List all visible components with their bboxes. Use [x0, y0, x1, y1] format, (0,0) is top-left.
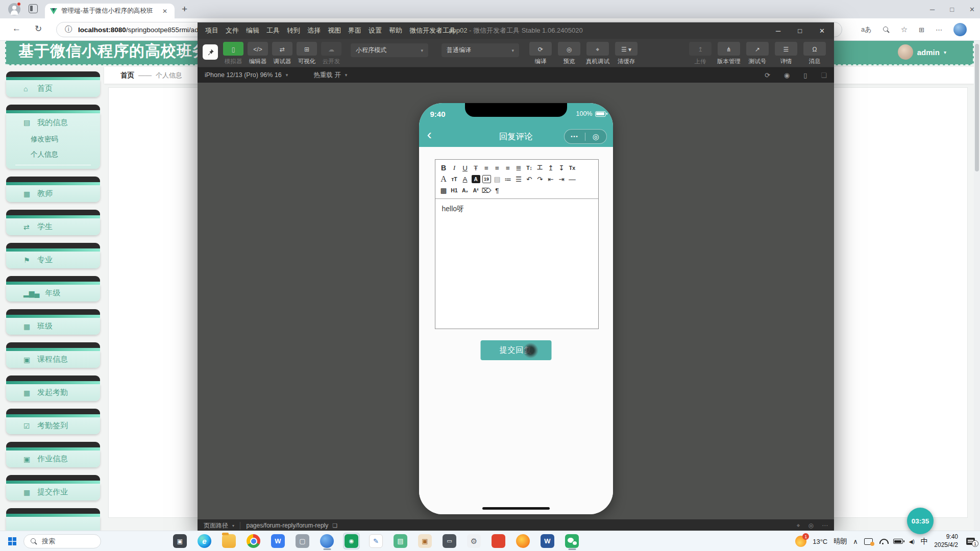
devtools-action-button[interactable]: Ω 消息 [800, 42, 829, 65]
wifi-icon[interactable] [879, 539, 887, 544]
devtools-view-button[interactable]: ☁ 云开发 [319, 42, 344, 65]
devtools-action-button[interactable]: ↗ 测试号 [743, 42, 772, 65]
tab-close-icon[interactable]: ✕ [162, 8, 167, 15]
editor-toolbar-icon[interactable]: ↥ [546, 162, 556, 173]
refresh-icon[interactable]: ↻ [35, 23, 42, 34]
mode-select[interactable]: 小程序模式▾ [351, 43, 428, 57]
copy-icon[interactable]: ❏ [332, 522, 337, 529]
devtools-action-button[interactable]: ↥ 上传 [686, 42, 715, 65]
ime-indicator[interactable]: 中 [921, 537, 928, 546]
editor-toolbar-icon[interactable]: ≔ [503, 173, 513, 185]
hidden-icons-chevron[interactable]: ∧ [853, 538, 858, 545]
temperature[interactable]: 13°C [813, 538, 827, 545]
sidebar-submenu-item[interactable]: 修改密码 [6, 132, 100, 147]
collections-icon[interactable]: ⊞ [919, 26, 924, 34]
rich-text-editor[interactable]: BIUŦ≡≡≡≣T↕工↥↧Tx AтTAA19▤≔☰↶↷⇤⇥— ▩H1A₂A²⌦… [435, 159, 599, 329]
browser-maximize-button[interactable]: □ [950, 6, 954, 13]
device-bar-icon[interactable]: ⟳ [765, 71, 770, 79]
footer-icon[interactable]: ◎ [808, 522, 814, 529]
device-bar-icon[interactable]: ❏ [821, 71, 827, 79]
device-select[interactable]: iPhone 12/13 (Pro) 96% 16 [205, 71, 282, 79]
devtools-view-button[interactable]: ⇄ 调试器 [270, 42, 295, 65]
back-chevron-icon[interactable]: ‹ [427, 127, 432, 143]
translate-icon[interactable]: aあ [861, 25, 872, 34]
editor-toolbar-icon[interactable]: ¶ [492, 185, 503, 196]
devtools-maximize-button[interactable]: □ [798, 27, 802, 35]
devtools-menu-item[interactable]: 转到 [283, 22, 304, 39]
devtools-menu-item[interactable]: 设置 [365, 22, 385, 39]
devtools-action-button[interactable]: ⌖ 真机调试 [583, 42, 612, 65]
taskbar-app-icon[interactable]: W [270, 533, 286, 549]
editor-toolbar-icon[interactable]: ▤ [492, 173, 503, 185]
device-bar-icon[interactable]: ◉ [784, 71, 790, 79]
sidebar-item-my-info[interactable]: ▤ 我的信息 修改密码个人信息 [6, 105, 100, 169]
devtools-action-button[interactable]: ☰ ▾ 清缓存 [612, 42, 641, 65]
sidebar-item[interactable]: ▣ 作业信息 [6, 442, 100, 467]
editor-toolbar-icon[interactable]: ⌦ [481, 185, 492, 196]
devtools-minimize-button[interactable]: ─ [776, 27, 780, 35]
scrollbar-thumb[interactable] [975, 44, 979, 171]
devtools-menu-item[interactable]: 项目 [202, 22, 222, 39]
speaker-icon[interactable]: ◀) [909, 539, 915, 544]
browser-profile-icon[interactable] [8, 3, 20, 15]
taskbar-app-icon[interactable] [220, 533, 237, 549]
taskbar-app-icon[interactable]: ▢ [294, 533, 311, 549]
editor-text-area[interactable]: hello呀 [435, 199, 598, 324]
editor-toolbar-icon[interactable]: — [567, 173, 578, 185]
browser-minimize-button[interactable]: ─ [930, 6, 935, 13]
devtools-menu-item[interactable]: 视图 [324, 22, 345, 39]
editor-toolbar-icon[interactable]: ≡ [492, 162, 503, 173]
sidebar-item[interactable]: ▦ 提交作业 [6, 475, 100, 500]
taskbar-clock[interactable]: 9:40 2025/4/2 [934, 533, 958, 549]
device-bar-icon[interactable]: ▯ [803, 71, 807, 79]
devtools-action-button[interactable]: ◎ 预览 [555, 42, 583, 65]
editor-toolbar-icon[interactable]: 工 [535, 162, 546, 173]
sidebar-item[interactable]: ⇄ 学生 [6, 210, 100, 235]
weather-condition[interactable]: 晴朗 [834, 537, 847, 546]
page-path-label[interactable]: 页面路径 [204, 521, 228, 530]
breadcrumb-home[interactable]: 首页 [120, 71, 134, 80]
sidebar-item-home[interactable]: ⌂ 首页 [6, 71, 100, 97]
submit-reply-button[interactable]: 提交回复 [480, 340, 551, 360]
taskbar-app-icon[interactable] [245, 533, 262, 549]
editor-toolbar-icon[interactable]: ≡ [503, 162, 513, 173]
taskbar-app-icon[interactable]: ▭ [441, 533, 458, 549]
editor-toolbar-icon[interactable]: ↧ [556, 162, 567, 173]
floating-clock-bubble[interactable]: 03:35 [907, 508, 934, 534]
devtools-menu-item[interactable]: 工具 [263, 22, 283, 39]
sidebar-item[interactable]: ▣ 课程信息 [6, 342, 100, 368]
taskbar-app-icon[interactable] [564, 533, 580, 549]
more-menu-icon[interactable]: ⋯ [936, 26, 942, 34]
taskbar-search[interactable]: 搜索 [23, 534, 101, 548]
editor-toolbar-icon[interactable]: A₂ [460, 185, 471, 196]
devtools-view-button[interactable]: ▯ 模拟器 [221, 42, 246, 65]
editor-toolbar-icon[interactable]: H1 [449, 185, 460, 196]
sidebar-item[interactable]: ▂▆▄ 年级 [6, 276, 100, 302]
editor-toolbar-icon[interactable]: I [449, 162, 460, 173]
editor-toolbar-icon[interactable]: A [460, 173, 471, 185]
editor-toolbar-icon[interactable]: Tx [567, 162, 578, 173]
pin-button[interactable] [203, 44, 218, 60]
tab-search-icon[interactable] [29, 4, 38, 13]
taskbar-app-icon[interactable]: e [196, 533, 213, 549]
zoom-icon[interactable] [883, 27, 890, 33]
taskbar-app-icon[interactable]: ⚙ [465, 533, 482, 549]
sidebar-item[interactable]: ☑ 考勤签到 [6, 409, 100, 434]
more-icon[interactable]: ••• [565, 134, 585, 139]
editor-toolbar-icon[interactable]: B [438, 162, 449, 173]
editor-toolbar-icon[interactable]: T↕ [524, 162, 535, 173]
browser-close-button[interactable]: ✕ [969, 6, 975, 13]
devtools-menu-item[interactable]: 微信开发者工具 [406, 22, 459, 39]
new-tab-button[interactable]: + [182, 4, 187, 15]
editor-toolbar-icon[interactable]: Ŧ [471, 162, 481, 173]
devtools-action-button[interactable]: ⟳ 编译 [526, 42, 555, 65]
weather-icon[interactable]: 1 [795, 536, 806, 547]
editor-toolbar-icon[interactable]: A [472, 175, 480, 183]
devtools-menu-item[interactable]: 文件 [222, 22, 242, 39]
editor-toolbar-icon[interactable]: 19 [482, 175, 491, 183]
taskbar-app-icon[interactable]: ▣ [172, 533, 188, 549]
devtools-view-button[interactable]: </> 编辑器 [246, 42, 270, 65]
taskbar-app-icon[interactable] [514, 533, 531, 549]
devtools-action-button[interactable]: ☰ 详情 [772, 42, 800, 65]
site-info-icon[interactable]: ⓘ [65, 25, 72, 34]
